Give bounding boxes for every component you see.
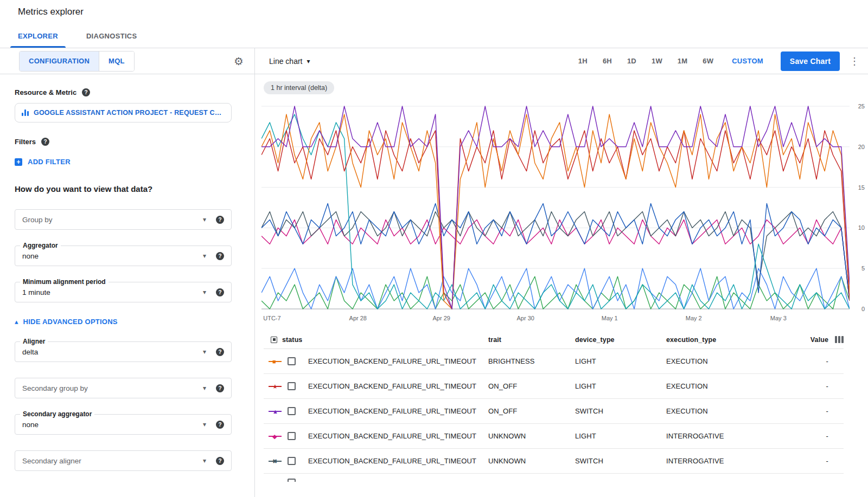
kebab-menu-icon[interactable]: ⋮ bbox=[848, 55, 860, 67]
chart-toolbar: Line chart ▾ 1H 6H 1D 1W 1M 6W CUSTOM Sa… bbox=[255, 48, 868, 74]
y-tick-label: 10 bbox=[858, 224, 865, 231]
value-cell: - bbox=[802, 357, 828, 365]
row-checkbox[interactable] bbox=[288, 432, 296, 440]
tab-explorer-label: EXPLORER bbox=[18, 32, 58, 40]
execution-type-cell: INTERROGATIVE bbox=[666, 457, 802, 465]
x-tick-label: Apr 29 bbox=[432, 315, 450, 321]
filters-section: Filters ? bbox=[15, 138, 240, 146]
value-cell: - bbox=[802, 432, 828, 440]
range-1w-button[interactable]: 1W bbox=[652, 57, 662, 65]
secondary-aligner-select[interactable]: Secondary aligner ▾ ? bbox=[15, 450, 232, 471]
row-checkbox[interactable] bbox=[288, 407, 296, 415]
col-execution-type[interactable]: execution_type bbox=[666, 336, 802, 344]
help-icon[interactable]: ? bbox=[216, 288, 224, 296]
select-all-icon[interactable] bbox=[271, 337, 277, 343]
y-tick-label: 0 bbox=[861, 306, 865, 312]
table-row[interactable]: ◆ EXECUTION_BACKEND_FAILURE_URL_TIMEOUT … bbox=[264, 424, 844, 449]
range-custom-button[interactable]: CUSTOM bbox=[732, 57, 763, 65]
series-table: status trait device_type execution_type … bbox=[264, 331, 844, 482]
chevron-down-icon: ▾ bbox=[203, 421, 206, 428]
device-type-cell: LIGHT bbox=[575, 432, 666, 440]
help-icon[interactable]: ? bbox=[216, 348, 224, 356]
help-icon[interactable]: ? bbox=[82, 88, 90, 96]
main-content: CONFIGURATION MQL ⚙ Resource & Metric ? … bbox=[0, 48, 868, 497]
line-chart[interactable]: 2520151050 bbox=[261, 101, 868, 312]
save-chart-button[interactable]: Save Chart bbox=[781, 51, 840, 71]
trait-cell: ON_OFF bbox=[488, 407, 575, 415]
col-device-type[interactable]: device_type bbox=[575, 336, 666, 344]
field-label: Minimum alignment period bbox=[20, 278, 108, 286]
execution-type-cell: EXECUTION bbox=[666, 407, 802, 415]
table-row[interactable]: ✖ EXECUTION_BACKEND_FAILURE_URL_TIMEOUT … bbox=[264, 449, 844, 474]
col-trait[interactable]: trait bbox=[488, 336, 575, 344]
help-icon[interactable]: ? bbox=[216, 457, 224, 465]
y-tick-label: 25 bbox=[858, 103, 865, 109]
hide-advanced-options-button[interactable]: ▴ HIDE ADVANCED OPTIONS bbox=[15, 318, 240, 326]
min-alignment-period-select[interactable]: Minimum alignment period 1 minute ▾ ? bbox=[15, 282, 232, 302]
bar-chart-icon bbox=[22, 109, 29, 116]
table-row-partial[interactable] bbox=[264, 474, 844, 482]
chart-area: 1 hr interval (delta) 2520151050 UTC-7Ap… bbox=[255, 74, 868, 497]
field-value: 1 minute bbox=[22, 288, 50, 296]
trait-cell: ON_OFF bbox=[488, 382, 575, 390]
table-row[interactable]: ★ EXECUTION_BACKEND_FAILURE_URL_TIMEOUT … bbox=[264, 374, 844, 399]
columns-icon[interactable] bbox=[835, 336, 844, 343]
help-icon[interactable]: ? bbox=[216, 216, 224, 224]
metric-chip-label: GOOGLE ASSISTANT ACTION PROJECT - REQUES… bbox=[34, 109, 225, 117]
range-1m-button[interactable]: 1M bbox=[678, 57, 687, 65]
col-value[interactable]: Value bbox=[802, 336, 828, 344]
chart-type-select[interactable]: Line chart ▾ bbox=[269, 57, 310, 66]
value-cell: - bbox=[802, 457, 828, 465]
chevron-down-icon: ▾ bbox=[203, 288, 206, 296]
row-checkbox[interactable] bbox=[288, 357, 296, 365]
group-by-select[interactable]: Group by ▾ ? bbox=[15, 209, 232, 230]
range-6w-button[interactable]: 6W bbox=[703, 57, 713, 65]
field-label: Secondary aggregator bbox=[20, 410, 94, 418]
gear-icon[interactable]: ⚙ bbox=[234, 56, 244, 67]
x-tick-label: UTC-7 bbox=[263, 315, 280, 321]
help-icon[interactable]: ? bbox=[216, 252, 224, 260]
page-title: Metrics explorer bbox=[18, 7, 84, 17]
chevron-down-icon: ▾ bbox=[307, 57, 310, 65]
metric-chip[interactable]: GOOGLE ASSISTANT ACTION PROJECT - REQUES… bbox=[15, 103, 232, 122]
field-value: Group by bbox=[22, 216, 53, 224]
execution-type-cell: EXECUTION bbox=[666, 382, 802, 390]
config-panel-body: Resource & Metric ? GOOGLE ASSISTANT ACT… bbox=[0, 74, 254, 471]
row-checkbox[interactable] bbox=[288, 479, 296, 482]
row-checkbox[interactable] bbox=[288, 382, 296, 390]
row-checkbox[interactable] bbox=[288, 457, 296, 465]
main-tabs: EXPLORER DIAGNOSTICS bbox=[0, 24, 868, 48]
aligner-select[interactable]: Aligner delta ▾ ? bbox=[15, 341, 232, 362]
tab-diagnostics[interactable]: DIAGNOSTICS bbox=[72, 24, 151, 48]
mode-configuration-button[interactable]: CONFIGURATION bbox=[20, 51, 99, 71]
x-tick-label: May 1 bbox=[602, 315, 618, 321]
series-marker-icon: ■ bbox=[269, 358, 283, 365]
x-tick-label: May 3 bbox=[770, 315, 787, 321]
table-header-row: status trait device_type execution_type … bbox=[264, 331, 844, 349]
secondary-group-by-select[interactable]: Secondary group by ▾ ? bbox=[15, 378, 232, 398]
trait-cell: BRIGHTNESS bbox=[488, 357, 575, 365]
field-value: none bbox=[22, 421, 39, 429]
secondary-aggregator-select[interactable]: Secondary aggregator none ▾ ? bbox=[15, 414, 232, 435]
add-filter-button[interactable]: + ADD FILTER bbox=[15, 158, 240, 166]
help-icon[interactable]: ? bbox=[41, 138, 49, 146]
help-icon[interactable]: ? bbox=[216, 421, 224, 429]
x-tick-label: Apr 30 bbox=[516, 315, 534, 321]
aggregator-select[interactable]: Aggregator none ▾ ? bbox=[15, 246, 232, 266]
interval-chip[interactable]: 1 hr interval (delta) bbox=[264, 81, 334, 94]
range-1d-button[interactable]: 1D bbox=[627, 57, 636, 65]
table-row[interactable]: ■ EXECUTION_BACKEND_FAILURE_URL_TIMEOUT … bbox=[264, 349, 844, 374]
range-1h-button[interactable]: 1H bbox=[578, 57, 588, 65]
tab-explorer[interactable]: EXPLORER bbox=[4, 24, 72, 48]
status-cell: EXECUTION_BACKEND_FAILURE_URL_TIMEOUT bbox=[308, 382, 488, 390]
plot-area[interactable] bbox=[261, 101, 850, 312]
col-status[interactable]: status bbox=[282, 336, 302, 344]
mode-mql-button[interactable]: MQL bbox=[99, 51, 134, 71]
field-value: Secondary group by bbox=[22, 384, 88, 392]
table-row[interactable]: ▲ EXECUTION_BACKEND_FAILURE_URL_TIMEOUT … bbox=[264, 399, 844, 424]
range-6h-button[interactable]: 6H bbox=[603, 57, 612, 65]
help-icon[interactable]: ? bbox=[216, 384, 224, 392]
tab-diagnostics-label: DIAGNOSTICS bbox=[86, 32, 137, 40]
device-type-cell: LIGHT bbox=[575, 382, 666, 390]
chevron-down-icon: ▾ bbox=[203, 384, 206, 392]
